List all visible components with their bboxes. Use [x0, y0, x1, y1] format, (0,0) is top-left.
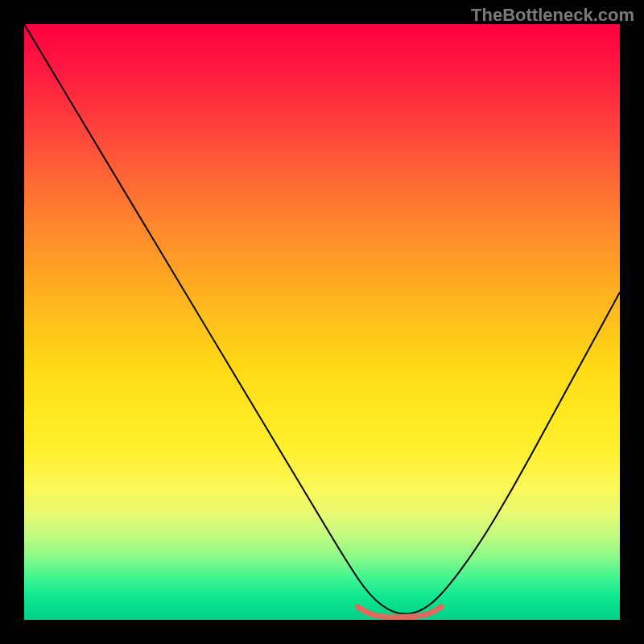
plot-area	[24, 24, 620, 620]
chart-svg	[24, 24, 620, 620]
watermark-text: TheBottleneck.com	[471, 5, 634, 26]
chart-container: TheBottleneck.com	[0, 0, 644, 644]
bottom-marker	[357, 607, 441, 617]
main-curve	[24, 24, 620, 614]
